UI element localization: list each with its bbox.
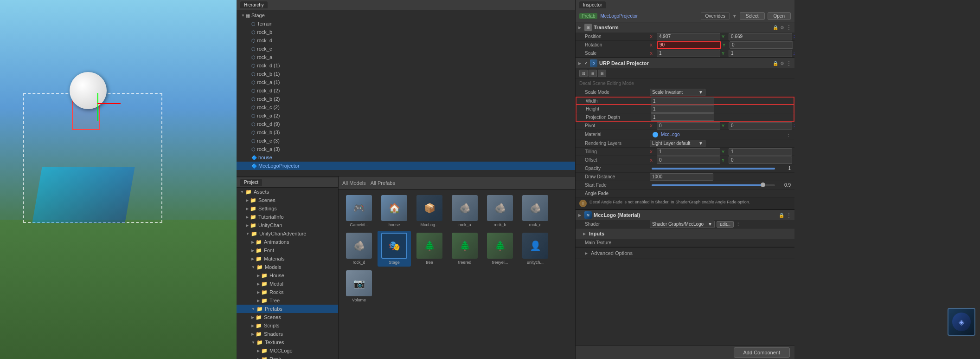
urp-gear-icon[interactable]: ⚙ [780, 61, 784, 66]
project-tree-item[interactable]: ▶📁Scripts [237, 321, 338, 330]
transform-gear-icon[interactable]: ⚙ [780, 25, 784, 30]
height-input[interactable] [651, 105, 714, 113]
hierarchy-item[interactable]: ⬡rock_c (2) [237, 103, 575, 111]
asset-item[interactable]: 🪨rock_d [342, 231, 376, 267]
view-icon-2[interactable]: ⊞ [589, 70, 597, 77]
project-tree-item[interactable]: ▼📁Assets [237, 188, 338, 196]
project-tree-item[interactable]: ▶📁Rocks [237, 288, 338, 296]
projection-depth-input[interactable] [651, 113, 714, 121]
offset-y-input[interactable] [729, 157, 792, 164]
overrides-button[interactable]: Overrides [701, 12, 729, 20]
hierarchy-item[interactable]: ⬡rock_b [237, 28, 575, 36]
project-tree-item[interactable]: ▶📁Shaders [237, 330, 338, 338]
pivot-x-input[interactable] [657, 122, 720, 130]
hierarchy-item[interactable]: ⬡Terrain [237, 20, 575, 28]
hierarchy-item[interactable]: ▼▦Stage [237, 11, 575, 20]
start-fade-slider-track[interactable] [652, 184, 775, 186]
asset-item[interactable]: 🎮GameM... [342, 193, 376, 229]
hierarchy-item[interactable]: ⬡rock_b (1) [237, 70, 575, 78]
hierarchy-item[interactable]: ⬡rock_d (9) [237, 120, 575, 128]
asset-item[interactable]: 🪨rock_c [519, 193, 552, 229]
asset-item[interactable]: 🪨rock_a [448, 193, 481, 229]
material-dot-menu[interactable]: ⋮ [786, 132, 791, 137]
project-tree-item[interactable]: ▶📁Rock [237, 355, 338, 359]
project-tree-item[interactable]: ▼📁UnityChanAdventure [237, 229, 338, 238]
project-tree-item[interactable]: ▼📁Prefabs [237, 305, 338, 313]
project-tree-item[interactable]: ▶📁Scenes [237, 313, 338, 321]
project-tree-item[interactable]: ▼📁Models [237, 263, 338, 271]
inspector-tab[interactable]: Inspector [579, 1, 606, 8]
project-tree-item[interactable]: ▶📁Animations [237, 238, 338, 246]
width-input[interactable] [651, 97, 714, 104]
hierarchy-item[interactable]: ⬡rock_b (3) [237, 128, 575, 137]
hierarchy-item[interactable]: ⬡rock_a (3) [237, 145, 575, 153]
view-icon-3[interactable]: ⊟ [598, 70, 606, 77]
pivot-y-input[interactable] [729, 122, 792, 130]
project-tree-item[interactable]: ▼📁Textures [237, 338, 338, 346]
position-y-input[interactable] [729, 33, 792, 40]
asset-item[interactable]: 🌲treered [448, 231, 481, 267]
hierarchy-item[interactable]: ⬡rock_d (1) [237, 61, 575, 70]
project-tree-item[interactable]: ▶📁MCCLogo [237, 346, 338, 355]
asset-item[interactable]: 📷Volume [342, 268, 376, 304]
project-tree-item[interactable]: ▶📁Tree [237, 296, 338, 305]
tilling-x-input[interactable] [657, 148, 720, 156]
hierarchy-item[interactable]: ⬡rock_a [237, 53, 575, 61]
draw-distance-input[interactable] [650, 173, 713, 181]
start-fade-slider-thumb[interactable] [761, 183, 765, 187]
asset-item[interactable]: 🏠house [378, 193, 411, 229]
scale-mode-dropdown[interactable]: Scale Invariant ▼ [650, 89, 705, 96]
urp-dot-menu[interactable]: ⋮ [786, 60, 792, 66]
offset-x-input[interactable] [657, 157, 720, 164]
mcc-material-header[interactable]: ▶ M MccLogo (Material) 🔒 ⋮ [576, 210, 794, 220]
all-prefabs-link[interactable]: All Prefabs [371, 180, 395, 186]
project-tree-item[interactable]: ▶📁Font [237, 246, 338, 255]
add-component-button[interactable]: Add Component [734, 347, 790, 358]
transform-header[interactable]: ▶ ⊞ Transform 🔒 ⚙ ⋮ [576, 22, 794, 33]
hierarchy-item[interactable]: 🔷MccLogoProjector [237, 162, 575, 170]
all-models-link[interactable]: All Models [342, 180, 366, 186]
hierarchy-item[interactable]: 🔷house [237, 153, 575, 162]
hierarchy-item[interactable]: ⬡rock_c [237, 45, 575, 53]
mcc-dot-menu[interactable]: ⋮ [786, 212, 792, 218]
project-tree-item[interactable]: ▶📁TutorialInfo [237, 213, 338, 221]
hierarchy-item[interactable]: ⬡rock_d (2) [237, 86, 575, 95]
transform-dot-menu[interactable]: ⋮ [786, 24, 792, 31]
shader-dropdown[interactable]: Shader Graphs/MccLogo ▼ [650, 221, 715, 228]
position-x-input[interactable] [657, 33, 720, 40]
view-icon-1[interactable]: ⊡ [579, 70, 588, 77]
project-tab[interactable]: Project [240, 179, 262, 186]
hierarchy-item[interactable]: ⬡rock_a (2) [237, 111, 575, 120]
project-tree-item[interactable]: ▶📁Scenes [237, 196, 338, 204]
asset-item[interactable]: 👤unitych... [519, 231, 552, 267]
rendering-layers-dropdown[interactable]: Light Layer default ▼ [650, 140, 705, 147]
hierarchy-item[interactable]: ⬡rock_b (2) [237, 95, 575, 103]
asset-item[interactable]: 🎭Stage [378, 231, 411, 267]
tilling-y-input[interactable] [729, 148, 792, 156]
asset-item[interactable]: 🪨rock_b [483, 193, 517, 229]
asset-item[interactable]: 🌲treeyel... [483, 231, 517, 267]
hierarchy-item[interactable]: ⬡rock_c (3) [237, 137, 575, 145]
project-tree-item[interactable]: ▶📁UnityChan [237, 221, 338, 229]
project-tree-item[interactable]: ▶📁Settings [237, 204, 338, 213]
shader-edit-button[interactable]: Edit... [717, 221, 734, 228]
opacity-slider-track[interactable] [652, 168, 775, 170]
hierarchy-item[interactable]: ⬡rock_d [237, 36, 575, 45]
project-tree-item[interactable]: ▶📁Materials [237, 255, 338, 263]
hierarchy-tab[interactable]: Hierarchy [240, 1, 268, 8]
scale-y-input[interactable] [729, 50, 792, 57]
project-tree-item[interactable]: ▶📁House [237, 271, 338, 280]
asset-item[interactable]: 🌲tree [413, 231, 446, 267]
asset-item[interactable]: 📦MccLog... [413, 193, 446, 229]
project-tree-item[interactable]: ▶📁Medal [237, 280, 338, 288]
shader-dot-menu[interactable]: ⋮ [736, 221, 741, 227]
rotation-x-input[interactable] [657, 41, 721, 49]
hierarchy-item[interactable]: ⬡rock_a (1) [237, 78, 575, 86]
urp-decal-header[interactable]: ▶ ✔ D URP Decal Projector 🔒 ⚙ ⋮ [576, 58, 794, 68]
advanced-options[interactable]: ▶ Advanced Options [576, 248, 794, 259]
open-button[interactable]: Open [768, 12, 791, 20]
inputs-header[interactable]: ▶ Inputs [576, 228, 794, 239]
scale-x-input[interactable] [657, 50, 720, 57]
select-button[interactable]: Select [740, 12, 765, 20]
material-value[interactable]: MccLogo [661, 132, 680, 137]
